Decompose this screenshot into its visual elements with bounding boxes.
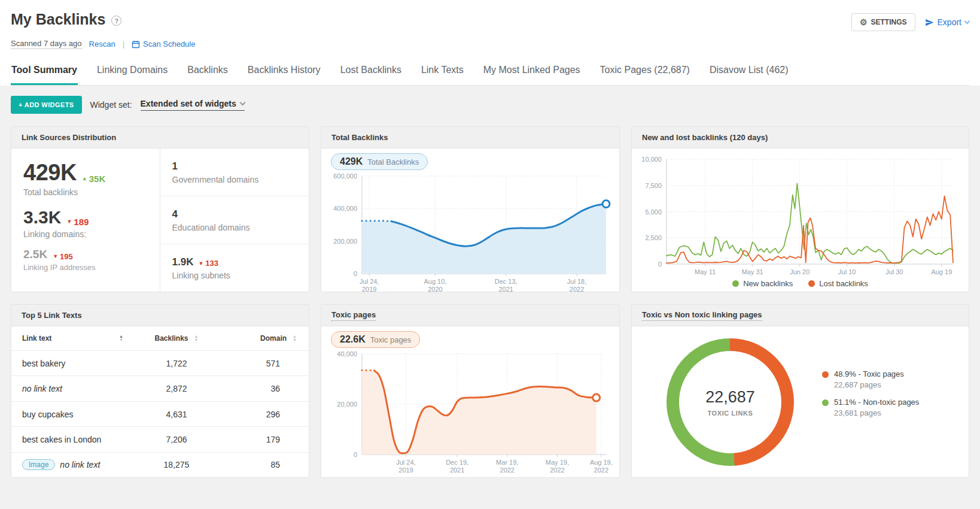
svg-text:2022: 2022 (500, 466, 515, 474)
sort-icon: ▲▼ (119, 335, 123, 342)
svg-text:Mar 19,: Mar 19, (496, 459, 518, 466)
svg-text:2022: 2022 (594, 466, 608, 474)
sort-icon: ▲▼ (194, 335, 199, 342)
svg-text:5,000: 5,000 (645, 208, 662, 216)
sort-icon: ▲▼ (293, 335, 297, 342)
widget-total-backlinks: Total Backlinks 429K Total Backlinks 020… (321, 126, 620, 292)
green-dot-icon (732, 280, 739, 287)
help-icon[interactable]: ? (111, 16, 121, 26)
tab-lost-backlinks[interactable]: Lost Backlinks (340, 62, 402, 85)
svg-text:2022: 2022 (570, 286, 584, 292)
page-title: My Backlinks (11, 11, 105, 28)
table-row: best cakes in London 7,206 179 (11, 427, 309, 452)
widget-set-label: Widget set: (90, 100, 132, 110)
scan-schedule-link[interactable]: Scan Schedule (132, 40, 195, 49)
widget-title[interactable]: Toxic pages (331, 310, 376, 321)
educational-domains-stat: 4 Educational domains (160, 196, 309, 244)
svg-text:May 31: May 31 (742, 268, 763, 275)
scanned-status[interactable]: Scanned 7 days ago (11, 39, 82, 49)
table-row: buy cupcakes 4,631 296 (11, 402, 309, 427)
legend-nontoxic-pages: 51.1% - Non-toxic pages 23,681 pages (822, 398, 919, 417)
toxic-links-caption: TOXIC LINKS (707, 410, 753, 417)
toxic-links-count: 22,687 (705, 388, 755, 407)
green-dot-icon (822, 399, 829, 406)
legend-lost-backlinks: Lost backlinks (808, 279, 868, 288)
linking-domains-value: 3.3K (23, 207, 61, 228)
toxic-pages-badge: 22.6K Toxic pages (331, 331, 420, 348)
svg-text:0: 0 (354, 451, 357, 458)
svg-text:2021: 2021 (450, 466, 464, 474)
tab-backlinks-history[interactable]: Backlinks History (247, 62, 321, 85)
widget-toxic-pages: Toxic pages 22.6K Toxic pages 020,00040,… (321, 304, 620, 478)
table-row: best bakery 1,722 571 (11, 351, 309, 376)
linking-ips-value: 2.5K (23, 248, 47, 261)
calendar-icon (132, 40, 140, 49)
toxic-donut-chart: 22,687 TOXIC LINKS (666, 338, 794, 466)
tab-toxic-pages[interactable]: Toxic Pages (22,687) (599, 62, 690, 85)
linking-domains-label: Linking domains: (23, 229, 148, 239)
total-backlinks-badge: 429K Total Backlinks (331, 153, 428, 170)
tab-backlinks[interactable]: Backlinks (187, 62, 229, 85)
export-button[interactable]: Export (925, 17, 969, 27)
total-backlinks-delta: ▲35K (82, 174, 105, 184)
svg-text:Jul 10: Jul 10 (838, 268, 856, 275)
svg-text:400,000: 400,000 (333, 205, 357, 212)
tab-disavow-list[interactable]: Disavow List (462) (709, 62, 789, 85)
separator: | (123, 40, 124, 49)
widget-title: Link Sources Distribution (22, 133, 116, 142)
tab-tool-summary[interactable]: Tool Summary (11, 62, 78, 85)
svg-text:Jun 20: Jun 20 (790, 268, 809, 275)
rescan-link[interactable]: Rescan (89, 40, 115, 49)
tab-my-most-linked-pages[interactable]: My Most Linked Pages (483, 62, 581, 85)
total-backlinks-value: 429K (23, 160, 77, 186)
add-widgets-button[interactable]: + ADD WIDGETS (11, 96, 82, 114)
svg-text:Aug 10,: Aug 10, (424, 278, 446, 285)
svg-text:2,500: 2,500 (645, 234, 662, 241)
table-row: Image no link text 18,275 85 (11, 453, 309, 477)
toxic-pages-chart: 020,00040,000Jul 24,2019Dec 19,2021Mar 1… (327, 350, 613, 478)
svg-text:Aug 19: Aug 19 (931, 268, 952, 275)
linking-ips-label: Linking IP addresses (23, 263, 148, 272)
legend-new-backlinks: New backlinks (732, 279, 793, 288)
content-area: + ADD WIDGETS Widget set: Extended set o… (0, 86, 980, 489)
svg-text:Jul 24,: Jul 24, (396, 459, 415, 466)
svg-text:2019: 2019 (362, 286, 376, 292)
tab-link-texts[interactable]: Link Texts (421, 62, 464, 85)
total-backlinks-chart: 0200,000400,000600,000Jul 24,2019Aug 10,… (327, 172, 613, 292)
widget-title: Total Backlinks (331, 133, 388, 142)
linking-subnets-stat: 1.9K ▼133 Linking subnets (160, 244, 309, 292)
tab-bar: Tool Summary Linking Domains Backlinks B… (11, 62, 969, 86)
total-backlinks-label: Total backlinks (23, 187, 148, 197)
svg-text:May 19,: May 19, (546, 459, 569, 466)
svg-text:Jul 30: Jul 30 (885, 268, 903, 275)
page-header: My Backlinks ? ⚙ SETTINGS Export Scanned… (0, 0, 980, 86)
column-header-link-text[interactable]: Link text ▲▼ (22, 334, 132, 343)
tab-linking-domains[interactable]: Linking Domains (96, 62, 168, 85)
svg-text:0: 0 (354, 270, 357, 277)
widget-title: Top 5 Link Texts (22, 311, 82, 320)
svg-text:20,000: 20,000 (337, 401, 357, 408)
linking-domains-delta: ▼189 (66, 217, 89, 227)
widget-title[interactable]: Toxic vs Non toxic linking pages (642, 310, 762, 321)
chevron-down-icon (239, 100, 245, 106)
governmental-domains-stat: 1 Governmental domains (160, 149, 309, 196)
widget-title: New and lost backlinks (120 days) (642, 133, 768, 142)
new-lost-backlinks-chart: 02,5005,0007,50010,000May 11May 31Jun 20… (638, 156, 963, 278)
settings-button[interactable]: ⚙ SETTINGS (851, 13, 915, 31)
svg-text:2021: 2021 (498, 286, 513, 292)
svg-text:Jul 18,: Jul 18, (567, 278, 586, 285)
chevron-down-icon (964, 19, 970, 25)
svg-text:10,000: 10,000 (641, 156, 662, 163)
widget-set-select[interactable]: Extended set of widgets (141, 99, 245, 111)
widget-toxic-vs-nontoxic: Toxic vs Non toxic linking pages 22,687 … (631, 304, 969, 478)
gear-icon: ⚙ (860, 19, 868, 26)
svg-text:Jul 24,: Jul 24, (360, 278, 379, 285)
svg-text:Aug 19,: Aug 19, (590, 459, 613, 466)
svg-text:40,000: 40,000 (337, 350, 357, 357)
legend-toxic-pages: 48.9% - Toxic pages 22,687 pages (822, 369, 919, 389)
column-header-domain[interactable]: Domain ▲▼ (221, 334, 298, 343)
svg-text:Dec 13,: Dec 13, (495, 278, 518, 285)
column-header-backlinks[interactable]: Backlinks ▲▼ (132, 334, 221, 343)
linking-ips-delta: ▼195 (53, 252, 73, 261)
svg-text:2022: 2022 (550, 466, 564, 474)
